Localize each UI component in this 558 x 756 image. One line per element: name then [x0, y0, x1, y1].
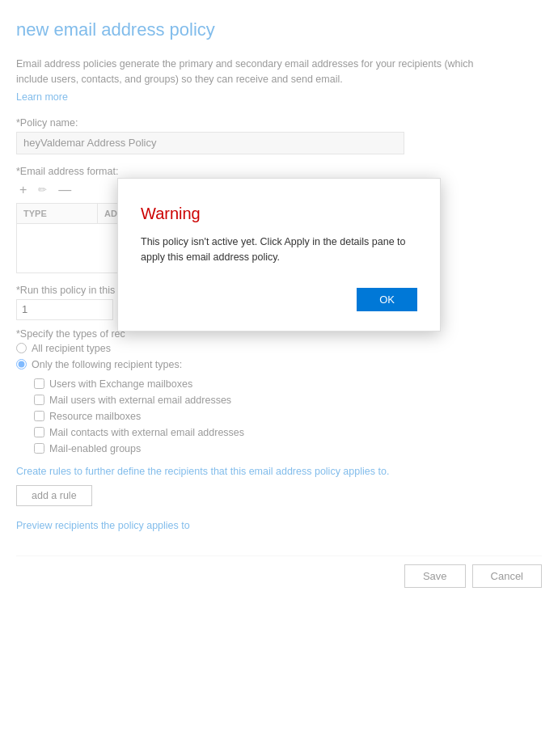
modal-title: Warning	[141, 205, 417, 223]
warning-modal: Warning This policy isn't active yet. Cl…	[117, 178, 441, 332]
modal-overlay: Warning This policy isn't active yet. Cl…	[0, 0, 558, 756]
modal-body: This policy isn't active yet. Click Appl…	[141, 234, 417, 265]
modal-ok-button[interactable]: OK	[357, 288, 417, 311]
modal-footer: OK	[141, 288, 417, 311]
